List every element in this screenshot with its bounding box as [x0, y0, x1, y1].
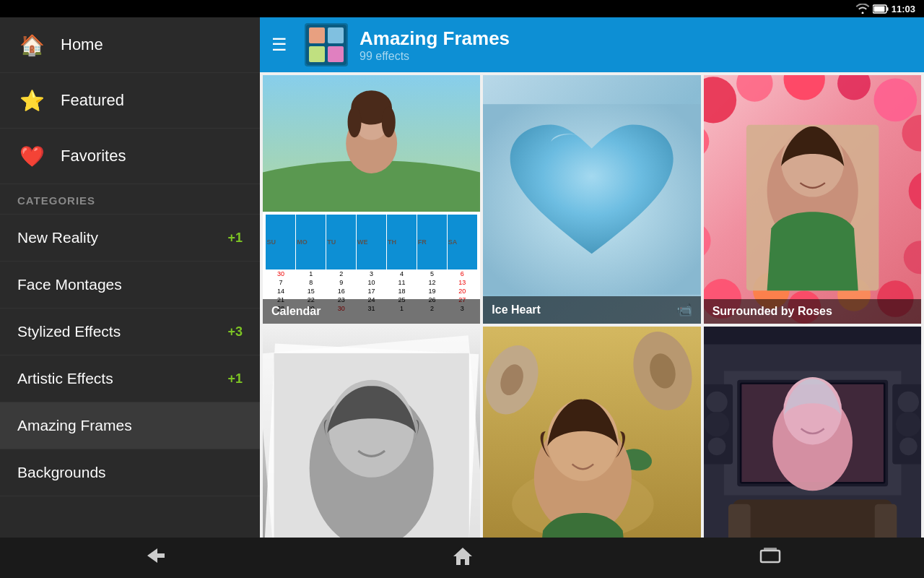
backgrounds-label: Backgrounds [17, 464, 106, 481]
app-title: Amazing Frames [359, 27, 510, 50]
sidebar-item-backgrounds[interactable]: Backgrounds [0, 449, 260, 496]
svg-rect-5 [328, 27, 344, 43]
svg-point-59 [706, 392, 727, 413]
main-content: ☰ Amazing Frames 99 effects [260, 17, 924, 578]
home-nav-icon [450, 545, 475, 566]
amazing-frames-label: Amazing Frames [17, 417, 132, 434]
ice-heart-bg [483, 75, 700, 324]
sidebar-item-stylized-effects[interactable]: Stylized Effects +3 [0, 309, 260, 355]
header-text: Amazing Frames 99 effects [359, 27, 510, 63]
svg-point-60 [704, 412, 728, 436]
ice-heart-image [483, 98, 700, 301]
ice-heart-video-icon: 📹 [676, 302, 692, 318]
bottom-nav [0, 538, 924, 578]
menu-button[interactable]: ☰ [271, 35, 287, 55]
featured-label: Featured [61, 91, 124, 110]
effects-grid: SUMO TUWE THFR SA 3012 345 6 789 101112 … [260, 72, 924, 578]
stylized-effects-badge: +3 [227, 324, 243, 340]
svg-rect-7 [328, 46, 344, 62]
svg-point-23 [908, 171, 921, 211]
svg-point-25 [903, 241, 921, 274]
home-label: Home [61, 35, 103, 54]
calendar-title: Calendar [271, 305, 321, 318]
face-montages-label: Face Montages [17, 276, 122, 293]
svg-point-17 [736, 75, 772, 102]
svg-point-16 [704, 77, 736, 123]
new-reality-label: New Reality [17, 229, 98, 246]
grid-item-ice-heart[interactable]: Ice Heart 📹 [483, 75, 700, 324]
ice-heart-label: Ice Heart 📹 [483, 296, 700, 324]
sidebar-item-favorites[interactable]: ❤️ Favorites [0, 129, 260, 184]
ice-heart-title: Ice Heart [492, 303, 541, 316]
sidebar-item-home[interactable]: 🏠 Home [0, 17, 260, 73]
favorites-label: Favorites [61, 147, 126, 165]
calendar-photo [263, 75, 480, 212]
calendar-portrait [263, 75, 480, 212]
wifi-icon [855, 4, 870, 14]
thumbnail-image [306, 25, 346, 65]
svg-point-21 [902, 115, 921, 151]
home-button[interactable] [422, 538, 504, 579]
svg-point-63 [897, 392, 918, 413]
app-thumbnail [305, 23, 348, 66]
svg-point-61 [707, 438, 725, 456]
svg-point-20 [873, 79, 917, 122]
back-icon [141, 545, 167, 566]
svg-rect-70 [761, 551, 780, 562]
svg-point-64 [896, 412, 920, 436]
sidebar-item-featured[interactable]: ⭐ Featured [0, 73, 260, 129]
status-bar: 11:03 [0, 0, 924, 17]
roses-title: Surrounded by Roses [712, 305, 832, 318]
sidebar-item-amazing-frames[interactable]: Amazing Frames [0, 402, 260, 449]
svg-rect-57 [741, 384, 884, 482]
svg-point-19 [837, 75, 871, 100]
new-reality-badge: +1 [227, 230, 243, 246]
grid-item-calendar[interactable]: SUMO TUWE THFR SA 3012 345 6 789 101112 … [263, 75, 480, 324]
svg-point-22 [704, 125, 709, 158]
svg-rect-6 [309, 46, 325, 62]
calendar-bg: SUMO TUWE THFR SA 3012 345 6 789 101112 … [263, 75, 480, 324]
sidebar-item-face-montages[interactable]: Face Montages [0, 262, 260, 309]
recents-icon [758, 545, 783, 566]
stylized-effects-label: Stylized Effects [17, 323, 121, 340]
home-icon: 🏠 [17, 30, 46, 59]
svg-point-14 [382, 107, 396, 138]
svg-rect-4 [309, 27, 325, 43]
artistic-effects-badge: +1 [227, 371, 243, 387]
star-icon: ⭐ [17, 86, 46, 115]
artistic-effects-label: Artistic Effects [17, 370, 113, 387]
svg-rect-2 [873, 6, 884, 12]
battery-icon [873, 4, 889, 14]
heart-icon: ❤️ [17, 142, 46, 171]
svg-rect-1 [886, 7, 888, 11]
sidebar-item-artistic-effects[interactable]: Artistic Effects +1 [0, 355, 260, 402]
roses-bg [704, 75, 921, 324]
sidebar-item-new-reality[interactable]: New Reality +1 [0, 215, 260, 262]
svg-point-24 [704, 223, 711, 259]
status-time: 11:03 [892, 4, 915, 14]
roses-label: Surrounded by Roses [704, 299, 921, 324]
svg-rect-71 [764, 548, 777, 551]
recents-button[interactable] [729, 538, 811, 579]
app-header: ☰ Amazing Frames 99 effects [260, 17, 924, 72]
grid-item-surrounded-by-roses[interactable]: Surrounded by Roses [704, 75, 921, 324]
back-button[interactable] [113, 538, 196, 579]
svg-point-18 [783, 75, 824, 100]
svg-point-13 [348, 107, 362, 138]
app-subtitle: 99 effects [359, 50, 510, 63]
categories-header: CATEGORIES [0, 184, 260, 215]
calendar-label: Calendar [263, 299, 480, 324]
status-icons: 11:03 [855, 4, 915, 14]
svg-point-65 [899, 438, 918, 456]
sidebar: 🏠 Home ⭐ Featured ❤️ Favorites CATEGORIE… [0, 17, 260, 578]
roses-image [704, 75, 921, 324]
